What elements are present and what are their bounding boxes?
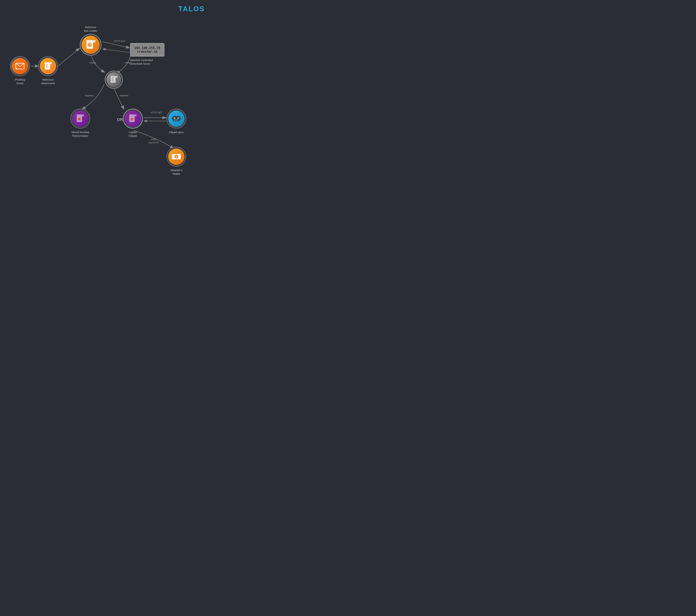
svg-rect-60: [176, 119, 177, 120]
zip-icon: [110, 75, 117, 84]
svg-rect-46: [135, 114, 137, 116]
svg-rect-65: [179, 117, 181, 119]
svg-rect-37: [79, 120, 80, 121]
batloader-icon: [86, 39, 96, 50]
malicious-attachment-node: Malicious Attachment: [38, 56, 58, 85]
svg-rect-18: [47, 67, 47, 68]
svg-rect-27: [112, 78, 113, 78]
svg-rect-61: [177, 119, 178, 120]
svg-point-23: [89, 44, 91, 46]
unzips-left-label: unzips: [89, 61, 96, 64]
svg-rect-49: [131, 117, 132, 118]
svg-point-63: [176, 114, 177, 115]
svg-point-35: [79, 118, 80, 120]
batloader-label-top: Malicious Bat Loader: [84, 26, 97, 32]
wallet-icon: $: [172, 153, 181, 161]
svg-text:$: $: [176, 156, 177, 158]
svg-rect-13: [45, 62, 50, 69]
svg-rect-56: [174, 118, 175, 118]
svg-rect-58: [174, 119, 175, 120]
mk-icon: [76, 114, 84, 123]
attachment-icon: [44, 62, 52, 71]
svg-rect-15: [50, 62, 52, 64]
batloader-node: Malicious Bat Loader: [80, 26, 101, 55]
svg-rect-51: [130, 119, 131, 119]
svg-rect-21: [93, 40, 96, 43]
server-node: 193.169.255.78 transfer.sh Attacker-cont…: [130, 43, 164, 65]
svg-rect-16: [47, 64, 47, 65]
laplas-label: Laplas Clipper: [128, 130, 137, 137]
crypto-payments-label: crypto payments: [148, 137, 159, 144]
svg-rect-39: [80, 119, 81, 119]
mk-label: Mortal Kombat Ransomware: [72, 130, 89, 137]
svg-line-4: [102, 42, 130, 48]
svg-line-5: [102, 49, 130, 52]
wallet-node: $ Attacker's Wallet: [167, 147, 186, 176]
clipperguru-icon: [172, 114, 181, 124]
svg-rect-29: [112, 80, 113, 80]
laplas-icon: [129, 114, 137, 123]
zip-node: [105, 71, 123, 89]
svg-point-48: [131, 118, 133, 120]
server-label: Attacker-controlled Download Sever: [130, 58, 164, 65]
server-ip: 193.169.255.78: [134, 46, 160, 50]
implants-right-label: implants: [120, 94, 128, 97]
mk-node: Mortal Kombat Ransomware: [70, 109, 90, 137]
svg-rect-50: [131, 120, 132, 121]
phishing-email-label: Phishing Email: [15, 78, 25, 85]
wallet-label: Attacker's Wallet: [170, 168, 182, 176]
svg-rect-69: [173, 155, 174, 156]
unzips-right-label: unzips: [125, 61, 131, 64]
svg-rect-17: [47, 65, 47, 66]
or-text: OR: [117, 117, 123, 122]
laplas-node: Laplas Clipper: [123, 109, 143, 137]
malicious-attachment-label: Malicious Attachment: [41, 78, 55, 85]
server-domain: transfer.sh: [134, 50, 160, 53]
http-get-label-2: HTTP GET: [151, 111, 162, 114]
svg-rect-38: [78, 119, 78, 119]
svg-line-3: [58, 48, 80, 66]
svg-rect-30: [112, 81, 113, 81]
svg-rect-59: [175, 119, 176, 120]
svg-rect-28: [112, 79, 113, 79]
clipperguru-node: Clipper.guru: [167, 109, 186, 134]
talos-logo: TALOS: [178, 5, 205, 13]
implants-left-label: implants: [85, 94, 94, 97]
email-icon: [15, 63, 25, 70]
svg-rect-26: [116, 76, 117, 78]
phishing-email-node: Phishing Email: [10, 56, 30, 85]
svg-rect-36: [79, 117, 80, 118]
phishing-email-circle: [10, 56, 30, 76]
svg-rect-52: [133, 119, 134, 119]
clipperguru-label: Clipper.guru: [169, 130, 184, 134]
svg-rect-57: [178, 118, 178, 118]
svg-rect-64: [172, 117, 173, 119]
http-get-label-1: HTTP GET: [114, 40, 125, 43]
svg-rect-33: [82, 114, 84, 116]
